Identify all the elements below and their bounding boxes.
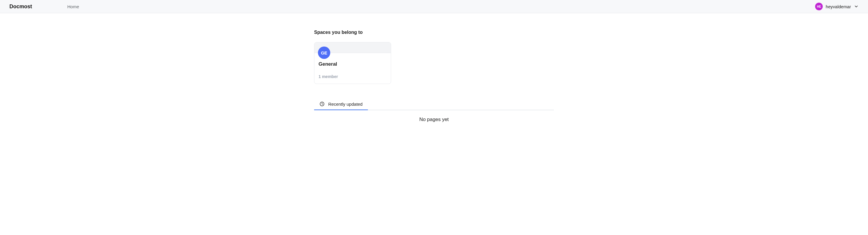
user-name: heyvaldemar xyxy=(826,4,851,9)
brand-logo[interactable]: Docmost xyxy=(9,3,32,10)
space-members-count: 1 member xyxy=(318,74,387,79)
space-avatar: GE xyxy=(318,47,330,59)
header-left: Docmost Home xyxy=(9,3,79,10)
tab-recently-updated[interactable]: Recently updated xyxy=(314,98,368,110)
app-header: Docmost Home HE heyvaldemar xyxy=(0,0,868,13)
clock-icon xyxy=(319,101,325,107)
nav-home[interactable]: Home xyxy=(67,4,79,9)
chevron-down-icon xyxy=(854,4,859,9)
space-name: General xyxy=(318,61,387,67)
user-avatar: HE xyxy=(815,3,823,10)
user-menu-trigger[interactable]: HE heyvaldemar xyxy=(815,3,859,10)
main-content: Spaces you belong to GE General 1 member… xyxy=(314,13,554,129)
spaces-section-title: Spaces you belong to xyxy=(314,30,554,35)
content-tabs: Recently updated xyxy=(314,98,554,110)
tab-label: Recently updated xyxy=(328,102,363,107)
empty-state-message: No pages yet xyxy=(314,110,554,129)
space-card-general[interactable]: GE General 1 member xyxy=(314,42,391,84)
space-card-header: GE xyxy=(314,43,391,53)
